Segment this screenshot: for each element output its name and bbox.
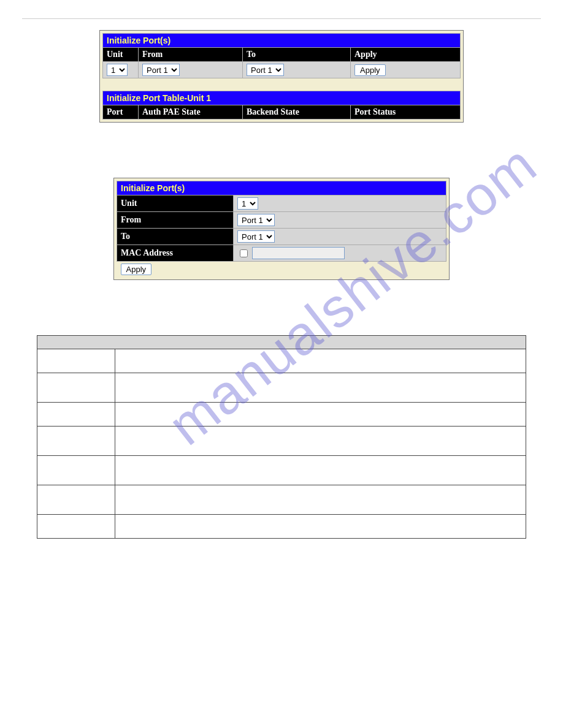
mac-checkbox[interactable] (240, 249, 248, 257)
description-table (37, 335, 526, 539)
row-unit-label: Unit (117, 195, 234, 212)
col-from: From (139, 48, 243, 62)
desc-header (37, 336, 526, 349)
to-select[interactable]: Port 1 (247, 64, 284, 76)
col-unit: Unit (103, 48, 139, 62)
table-row (37, 427, 526, 456)
apply-button[interactable]: Apply (354, 64, 386, 76)
col-to: To (243, 48, 351, 62)
row-from-label: From (117, 212, 234, 229)
description-table-wrap (37, 335, 526, 539)
unit-select[interactable]: 1 (107, 64, 128, 76)
row-mac-label: MAC Address (117, 245, 234, 262)
table-row (37, 485, 526, 515)
mac-address-input[interactable] (252, 247, 345, 259)
unit-select-2[interactable]: 1 (237, 197, 258, 210)
col-backend-state: Backend State (243, 105, 351, 119)
panel1-title: Initialize Port(s) (103, 34, 461, 48)
panel2-title: Initialize Port(s) (117, 181, 446, 195)
table-row (37, 456, 526, 485)
initialize-ports-panel-1: Initialize Port(s) Unit From To Apply 1 … (99, 30, 464, 123)
from-select[interactable]: Port 1 (142, 64, 180, 76)
initialize-ports-panel-2: Initialize Port(s) Unit 1 From Port 1 To… (113, 178, 450, 280)
col-auth-pae-state: Auth PAE State (139, 105, 243, 119)
row-to-label: To (117, 229, 234, 245)
col-apply: Apply (351, 48, 461, 62)
table-row (37, 403, 526, 427)
apply-button-2[interactable]: Apply (121, 264, 152, 275)
table-row (37, 515, 526, 539)
table-row (37, 373, 526, 403)
col-port-status: Port Status (351, 105, 461, 119)
to-select-2[interactable]: Port 1 (237, 230, 275, 243)
page-top-rule (22, 18, 541, 19)
from-select-2[interactable]: Port 1 (237, 214, 275, 226)
table-row (37, 349, 526, 373)
panel1-table2-title: Initialize Port Table-Unit 1 (103, 91, 461, 105)
col-port: Port (103, 105, 139, 119)
